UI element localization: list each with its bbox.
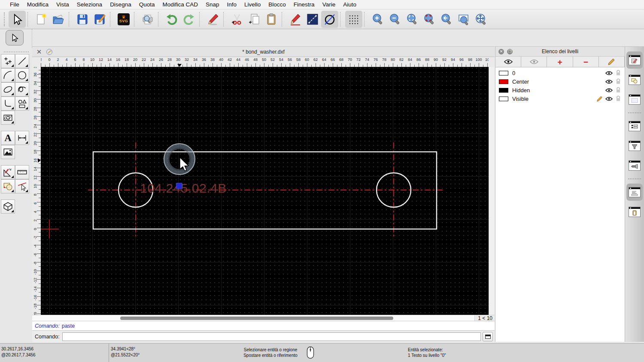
modify-tool-button[interactable] [1, 165, 15, 179]
zoom-previous-button[interactable] [438, 11, 455, 28]
zoom-viewport-button[interactable] [455, 11, 472, 28]
shapes-tool-button[interactable] [15, 97, 29, 111]
save-button[interactable] [74, 11, 91, 28]
pointer-tool-button[interactable] [9, 11, 26, 28]
layer-row[interactable]: Visible [495, 94, 625, 103]
layer-visibility-icon[interactable] [605, 71, 613, 75]
horizontal-scrollbar[interactable] [32, 315, 475, 321]
toolbar-drag-handle[interactable] [4, 12, 7, 26]
palette-drag-handle[interactable] [4, 51, 29, 52]
library-dock-button[interactable] [626, 91, 643, 108]
solid-3d-tool-button[interactable] [1, 199, 15, 214]
blocks-dock-icon [629, 75, 641, 85]
print-preview-button[interactable] [139, 11, 156, 28]
new-file-button[interactable] [33, 11, 50, 28]
polyline-tool-button[interactable] [1, 97, 15, 111]
cut-button[interactable] [228, 11, 246, 28]
zoom-previous-icon [440, 13, 453, 26]
redo-button[interactable] [180, 11, 197, 28]
menu-item[interactable]: File [6, 1, 23, 8]
erase-button[interactable] [204, 11, 222, 28]
blocks-dock-button[interactable] [626, 71, 643, 88]
layer-row[interactable]: Hidden [495, 86, 625, 94]
save-as-button[interactable] [91, 11, 108, 28]
menu-item[interactable]: Info [223, 1, 241, 8]
menu-item[interactable]: Finestra [290, 1, 319, 8]
command-options-button[interactable] [483, 332, 493, 341]
add-layer-button[interactable]: + [547, 57, 573, 67]
layer-row[interactable]: Center [495, 77, 625, 86]
command-dock-button[interactable] [626, 184, 643, 201]
entity-list-dock-button[interactable] [626, 118, 643, 135]
zoom-auto-button[interactable] [404, 11, 421, 28]
hide-all-layers-button[interactable] [521, 57, 547, 67]
menu-item[interactable]: Quota [135, 1, 159, 8]
spline-tool-button[interactable] [15, 82, 29, 97]
layer-row[interactable]: 0 [495, 69, 625, 77]
copy-button[interactable] [246, 11, 263, 28]
layer-lock-icon[interactable] [614, 70, 622, 76]
layer-lock-icon[interactable] [614, 78, 622, 84]
layer-visibility-icon[interactable] [605, 79, 613, 84]
svg-export-button[interactable]: ♛ SVG [115, 11, 132, 28]
ellipse-tool-button[interactable] [1, 82, 15, 97]
zoom-out-button[interactable] [386, 11, 404, 28]
h-ruler-label: 72 [356, 57, 361, 62]
menu-item[interactable]: Vista [52, 1, 73, 8]
line-tool-button[interactable] [304, 11, 321, 28]
image-tool-button[interactable] [1, 145, 15, 159]
block-tool-button[interactable] [1, 179, 15, 193]
selection-detail: 1 Testo su livello "0" [408, 353, 446, 358]
grid-toggle-button[interactable] [345, 11, 362, 28]
select-line-tool-button[interactable] [15, 179, 29, 193]
points-tool-button[interactable] [1, 54, 15, 68]
open-file-button[interactable] [50, 11, 67, 28]
v-ruler-label: 6 [33, 202, 37, 204]
palette-pointer-button[interactable] [6, 30, 24, 45]
arc-tool-button[interactable] [1, 68, 15, 82]
zoom-in-button[interactable] [369, 11, 386, 28]
menu-item[interactable]: Varie [319, 1, 340, 8]
menu-item[interactable]: Seleziona [73, 1, 106, 8]
v-ruler-label: -18 [33, 303, 37, 309]
show-all-layers-button[interactable] [495, 57, 521, 67]
layers-dock-button[interactable] [626, 51, 643, 69]
h-ruler-label: 28 [167, 57, 172, 62]
remove-layer-button[interactable]: − [573, 57, 599, 67]
menu-item[interactable]: Aiuto [339, 1, 360, 8]
pointer-icon [10, 33, 19, 42]
menu-item[interactable]: Modifica CAD [158, 1, 202, 8]
scrollbar-thumb[interactable] [120, 317, 393, 320]
h-ruler-label: 78 [382, 57, 386, 62]
vertical-scrollbar[interactable] [489, 67, 495, 315]
menu-item[interactable]: Disegna [106, 1, 135, 8]
hatch-tool-button[interactable] [1, 111, 15, 125]
measure-tool-button[interactable] [15, 165, 29, 179]
layer-lock-icon[interactable] [614, 87, 622, 93]
inspector-dock-button[interactable] [626, 157, 643, 174]
menu-item[interactable]: Blocco [264, 1, 290, 8]
layer-edit-pencil-icon[interactable] [595, 96, 603, 102]
layer-lock-icon[interactable] [614, 96, 622, 102]
undo-button[interactable] [163, 11, 180, 28]
clipboard-dock-button[interactable] [626, 203, 643, 220]
text-tool-button[interactable]: A [1, 131, 15, 145]
menu-item[interactable]: Livello [240, 1, 264, 8]
menu-item[interactable]: Snap [202, 1, 223, 8]
line-tool-button[interactable] [15, 54, 29, 68]
dimension-tool-button[interactable] [15, 131, 29, 145]
layer-visibility-icon[interactable] [605, 88, 613, 93]
circle-tool-button[interactable] [15, 68, 29, 82]
layer-visibility-icon[interactable] [605, 97, 613, 101]
drawing-canvas[interactable]: 104.245.02.4B [41, 67, 489, 315]
zoom-window-button[interactable] [421, 11, 438, 28]
edit-layer-button[interactable] [599, 57, 625, 67]
command-input[interactable] [62, 332, 481, 341]
filter-dock-button[interactable] [626, 137, 643, 154]
draw-pencil-button[interactable] [287, 11, 304, 28]
menu-item[interactable]: Modifica [23, 1, 52, 8]
h-ruler-label: 18 [125, 57, 129, 62]
circle-construction-button[interactable] [321, 11, 338, 28]
pan-button[interactable] [472, 11, 489, 28]
paste-button[interactable] [263, 11, 280, 28]
